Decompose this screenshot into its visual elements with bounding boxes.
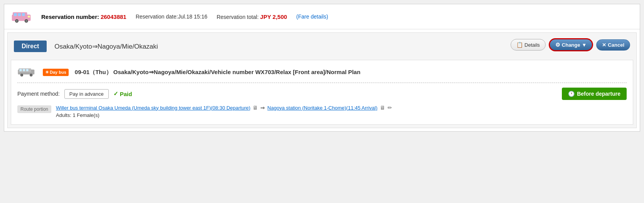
reservation-date: Reservation date:Jul.18 15:16 — [136, 14, 207, 20]
main-content-card: Direct Osaka/Kyoto⇒Nagoya/Mie/Okazaki 📋 … — [7, 32, 637, 128]
payment-method-label: Payment method: — [17, 91, 60, 97]
arrival-stop-link[interactable]: Nagoya station (Noritake 1-Chome)(11:45 … — [267, 105, 377, 111]
trip-info-row: ☀ Day bus 09-01（Thu） Osaka/Kyoto⇒Nagoya/… — [17, 66, 627, 78]
direct-badge: Direct — [14, 41, 47, 52]
divider — [17, 83, 627, 83]
bus-logo-icon — [10, 9, 34, 24]
svg-point-16 — [21, 74, 23, 76]
reservation-number-label: Reservation number: — [41, 14, 99, 20]
header-text: Reservation number: 26043881 Reservation… — [41, 14, 328, 20]
reservation-total-value: JPY 2,500 — [260, 14, 287, 20]
svg-rect-9 — [28, 16, 30, 18]
day-bus-badge: ☀ Day bus — [43, 69, 69, 76]
edit-icon[interactable]: ✏ — [388, 105, 392, 111]
clock-icon: 🕐 — [568, 91, 575, 97]
pay-in-advance-button[interactable]: Pay in advance — [64, 89, 109, 99]
monitor-icon: 🖥 — [253, 105, 258, 111]
paid-status: ✓ Paid — [113, 90, 132, 97]
document-icon: 📋 — [516, 42, 523, 48]
change-button[interactable]: ⚙ Change ▼ — [549, 38, 593, 51]
x-icon: ✕ — [602, 42, 606, 48]
trip-info-text: 09-01（Thu） Osaka/Kyoto⇒Nagoya/Mie/Okazak… — [75, 69, 361, 76]
svg-rect-12 — [20, 69, 22, 71]
arrow-icon: ⇒ — [260, 105, 265, 111]
svg-rect-2 — [14, 13, 17, 16]
main-container: Reservation number: 26043881 Reservation… — [4, 4, 640, 132]
svg-rect-13 — [23, 69, 25, 71]
route-portion-content: Willer bus terminal Osaka Umeda (Umeda s… — [56, 105, 392, 118]
svg-rect-4 — [22, 13, 25, 16]
svg-point-18 — [30, 74, 32, 76]
route-header: Direct Osaka/Kyoto⇒Nagoya/Mie/Okazaki 📋 … — [8, 33, 636, 60]
route-stops: Willer bus terminal Osaka Umeda (Umeda s… — [56, 105, 392, 111]
checkmark-icon: ✓ — [113, 90, 118, 97]
route-portion-label: Route portion — [17, 105, 51, 113]
payment-row: Payment method: Pay in advance ✓ Paid 🕐 … — [17, 88, 627, 100]
reservation-number-value: 26043881 — [101, 14, 126, 20]
sun-icon: ☀ — [45, 70, 49, 75]
trip-detail-section: ☀ Day bus 09-01（Thu） Osaka/Kyoto⇒Nagoya/… — [11, 60, 633, 125]
monitor2-icon: 🖥 — [380, 105, 385, 111]
route-portion-row: Route portion Willer bus terminal Osaka … — [17, 105, 627, 118]
svg-point-8 — [25, 20, 27, 22]
reservation-total-label: Reservation total: JPY 2,500 — [217, 14, 287, 20]
departure-stop-link[interactable]: Willer bus terminal Osaka Umeda (Umeda s… — [56, 105, 250, 111]
details-button[interactable]: 📋 Details — [511, 39, 546, 51]
svg-point-6 — [16, 20, 18, 22]
dropdown-arrow-icon: ▼ — [582, 42, 587, 48]
action-buttons: 📋 Details ⚙ Change ▼ ✕ Cancel — [511, 38, 630, 51]
header-bar: Reservation number: 26043881 Reservation… — [4, 4, 640, 29]
bus-small-icon — [17, 66, 37, 78]
svg-rect-3 — [18, 13, 21, 16]
gear-icon: ⚙ — [555, 42, 560, 48]
route-text: Osaka/Kyoto⇒Nagoya/Mie/Okazaki — [54, 42, 158, 51]
adults-info: Adults: 1 Female(s) — [56, 112, 392, 118]
before-departure-button[interactable]: 🕐 Before departure — [562, 88, 627, 100]
cancel-button[interactable]: ✕ Cancel — [596, 39, 630, 51]
fare-details-link[interactable]: (Fare details) — [296, 14, 328, 20]
svg-rect-14 — [26, 69, 29, 71]
